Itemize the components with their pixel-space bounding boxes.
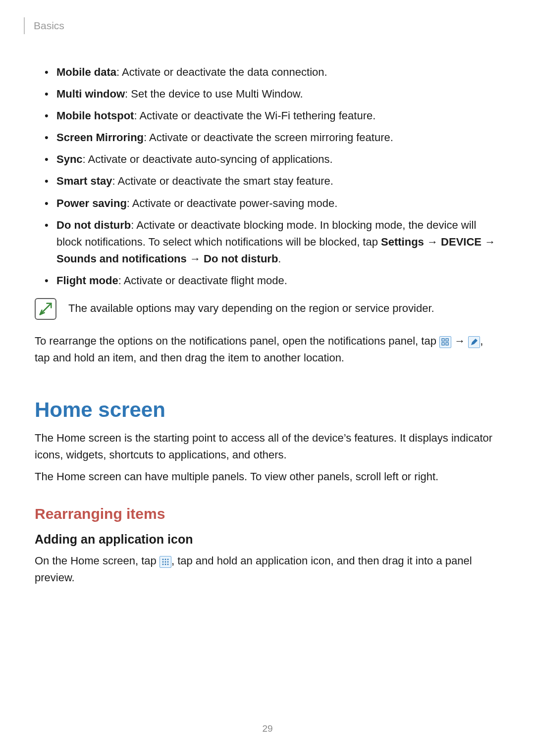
- svg-point-5: [165, 558, 166, 560]
- path-step: Settings: [381, 236, 424, 248]
- svg-point-10: [162, 563, 164, 565]
- trail: .: [278, 252, 281, 265]
- feature-term: Mobile data: [56, 66, 116, 78]
- feature-term: Mobile hotspot: [56, 109, 134, 122]
- section-title: Home screen: [35, 398, 500, 422]
- list-item: Do not disturb: Activate or deactivate b…: [35, 217, 500, 267]
- svg-rect-2: [442, 343, 444, 345]
- feature-term: Flight mode: [56, 274, 118, 287]
- feature-desc: : Activate or deactivate flight mode.: [118, 274, 287, 287]
- note-text: The available options may vary depending…: [68, 298, 434, 317]
- page: Basics Mobile data: Activate or deactiva…: [0, 0, 535, 756]
- svg-point-8: [165, 561, 166, 562]
- feature-term: Sync: [56, 153, 83, 165]
- feature-desc: : Activate or deactivate power-saving mo…: [127, 197, 338, 209]
- list-item: Mobile hotspot: Activate or deactivate t…: [35, 107, 500, 124]
- list-item: Smart stay: Activate or deactivate the s…: [35, 173, 500, 190]
- feature-desc: : Activate or deactivate auto-syncing of…: [83, 153, 333, 165]
- svg-rect-1: [446, 339, 448, 341]
- svg-point-12: [167, 563, 169, 565]
- feature-desc: : Activate or deactivate the smart stay …: [112, 175, 333, 187]
- subsub-title: Adding an application icon: [35, 532, 500, 547]
- grid-panel-icon: [439, 336, 451, 348]
- page-header: Basics: [35, 17, 500, 34]
- feature-term: Multi window: [56, 88, 125, 100]
- arrow-icon: →: [454, 335, 465, 347]
- list-item: Sync: Activate or deactivate auto-syncin…: [35, 151, 500, 168]
- feature-desc: : Activate or deactivate the screen mirr…: [144, 131, 393, 144]
- apps-grid-icon: [160, 556, 171, 568]
- feature-list: Mobile data: Activate or deactivate the …: [35, 64, 500, 289]
- edit-pencil-icon: [468, 336, 480, 348]
- page-number: 29: [0, 723, 535, 734]
- list-item: Multi window: Set the device to use Mult…: [35, 86, 500, 102]
- svg-point-4: [162, 558, 164, 560]
- note-box: The available options may vary depending…: [35, 298, 500, 320]
- list-item: Power saving: Activate or deactivate pow…: [35, 195, 500, 212]
- svg-point-11: [165, 563, 166, 565]
- svg-point-6: [167, 558, 169, 560]
- feature-term: Screen Mirroring: [56, 131, 144, 144]
- text: On the Home screen, tap: [35, 554, 160, 567]
- svg-point-9: [167, 561, 169, 562]
- svg-rect-0: [442, 339, 444, 341]
- arrow-icon: →: [484, 236, 495, 248]
- home-p1: The Home screen is the starting point to…: [35, 430, 500, 463]
- home-p2: The Home screen can have multiple panels…: [35, 468, 500, 485]
- feature-term: Power saving: [56, 197, 127, 209]
- adding-paragraph: On the Home screen, tap , tap and hold a…: [35, 553, 500, 586]
- rearrange-paragraph: To rearrange the options on the notifica…: [35, 333, 500, 366]
- list-item: Screen Mirroring: Activate or deactivate…: [35, 129, 500, 146]
- svg-rect-3: [446, 343, 448, 345]
- list-item: Mobile data: Activate or deactivate the …: [35, 64, 500, 81]
- text: To rearrange the options on the notifica…: [35, 335, 439, 347]
- feature-term: Do not disturb: [56, 219, 131, 231]
- arrow-icon: →: [427, 236, 438, 248]
- note-icon: [35, 298, 56, 320]
- arrow-icon: →: [190, 252, 201, 265]
- header-rule: [24, 17, 25, 34]
- path-step: DEVICE: [441, 236, 482, 248]
- svg-point-7: [162, 561, 164, 562]
- feature-desc: : Set the device to use Multi Window.: [125, 88, 303, 100]
- list-item: Flight mode: Activate or deactivate flig…: [35, 272, 500, 289]
- feature-term: Smart stay: [56, 175, 112, 187]
- feature-desc: : Activate or deactivate the Wi-Fi tethe…: [134, 109, 375, 122]
- subsection-title: Rearranging items: [35, 505, 500, 522]
- chapter-label: Basics: [34, 20, 64, 32]
- feature-desc: : Activate or deactivate the data connec…: [116, 66, 327, 78]
- path-step: Sounds and notifications: [56, 252, 187, 265]
- path-step: Do not disturb: [204, 252, 278, 265]
